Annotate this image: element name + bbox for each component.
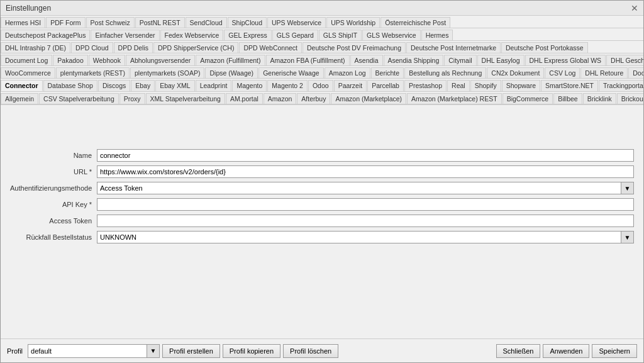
tab-dhl-express-global[interactable]: DHL Express Global WS — [525, 55, 606, 65]
save-button[interactable]: Speichern — [592, 344, 637, 358]
tab-pdf-form[interactable]: PDF Form — [46, 17, 85, 28]
name-input[interactable] — [97, 149, 634, 162]
tab-deutschepost-packageplus[interactable]: Deutschepost PackagePlus — [1, 30, 90, 40]
tab-bestellung-rechnung[interactable]: Bestellung als Rechnung — [404, 67, 486, 78]
tab-row-2: Deutschepost PackagePlus Einfacher Verse… — [1, 28, 643, 41]
tab-dpd-cloud[interactable]: DPD Cloud — [71, 42, 113, 53]
tab-odoo[interactable]: Odoo — [308, 80, 333, 91]
access-token-label: Access Token — [10, 217, 92, 225]
tab-real[interactable]: Real — [447, 80, 470, 91]
tab-gls-gepard[interactable]: GLS Gepard — [272, 30, 318, 40]
tab-abholungsversender[interactable]: Abholungsversender — [126, 55, 195, 65]
auth-select[interactable]: Access Token Basic Auth None — [97, 182, 621, 194]
tab-dpd-delis[interactable]: DPD Delis — [114, 42, 153, 53]
tab-dhl-intraship[interactable]: DHL Intraship 7 (DE) — [1, 42, 70, 53]
tab-webhook[interactable]: Webhook — [89, 55, 125, 65]
tab-shipcloud[interactable]: ShipCloud — [228, 17, 267, 28]
tab-proxy[interactable]: Proxy — [119, 93, 145, 104]
tab-generische-waage[interactable]: Generische Waage — [258, 67, 324, 78]
tab-amazon[interactable]: Amazon — [264, 93, 297, 104]
tab-amazon-fba[interactable]: Amazon FBA (Fulfillment) — [266, 55, 350, 65]
profile-select[interactable]: default — [28, 344, 147, 358]
bottom-bar: Profil default ▼ Profil erstellen Profil… — [1, 338, 643, 362]
tab-dpd-shipperservice[interactable]: DPD ShipperService (CH) — [153, 42, 238, 53]
tab-amazon-fulfillment[interactable]: Amazon (Fulfillment) — [196, 55, 265, 65]
tab-afterbuy[interactable]: Afterbuy — [297, 93, 330, 104]
tab-sendcloud[interactable]: SendCloud — [186, 17, 227, 28]
tab-billbee[interactable]: Billbee — [553, 93, 582, 104]
tab-paarzeit[interactable]: Paarzeit — [334, 80, 367, 91]
tab-pakadoo[interactable]: Pakadoo — [53, 55, 87, 65]
tab-ebay[interactable]: Ebay — [131, 80, 155, 91]
tab-hermes-hsi[interactable]: Hermes HSI — [1, 17, 45, 28]
tab-ebay-xml[interactable]: Ebay XML — [155, 80, 194, 91]
tab-connector[interactable]: Connector — [1, 80, 43, 91]
tab-trackingportal[interactable]: Trackingportal — [599, 80, 643, 91]
create-profile-button[interactable]: Profil erstellen — [162, 344, 220, 358]
copy-profile-button[interactable]: Profil kopieren — [223, 344, 280, 358]
tab-amazon-marketplace-rest[interactable]: Amazon (Marketplace) REST — [407, 93, 502, 104]
tab-dhl-retoure[interactable]: DHL Retoure — [580, 67, 628, 78]
apikey-input[interactable] — [97, 198, 634, 211]
tab-parcellab[interactable]: Parcellab — [367, 80, 404, 91]
url-input[interactable] — [97, 165, 634, 178]
tab-dpd-webconnect[interactable]: DPD WebConnect — [239, 42, 302, 53]
tab-prestashop[interactable]: Prestashop — [404, 80, 447, 91]
tab-plentymarkets-rest[interactable]: plentymarkets (REST) — [56, 67, 130, 78]
tab-magento2[interactable]: Magento 2 — [267, 80, 308, 91]
tab-einfacher-versender[interactable]: Einfacher Versender — [91, 30, 159, 40]
auth-dropdown-arrow[interactable]: ▼ — [621, 182, 634, 194]
tab-bigcommerce[interactable]: BigCommerce — [502, 93, 553, 104]
tab-gel-express[interactable]: GEL Express — [224, 30, 271, 40]
tab-row-3: DHL Intraship 7 (DE) DPD Cloud DPD Delis… — [1, 41, 643, 53]
tab-dipse-waage[interactable]: Dipse (Waage) — [205, 67, 258, 78]
tab-gls-shipit[interactable]: GLS ShipIT — [319, 30, 362, 40]
tab-post-schweiz[interactable]: Post Schweiz — [86, 17, 135, 28]
tab-deutsche-post-dv[interactable]: Deutsche Post DV Freimachung — [303, 42, 406, 53]
tab-database-shop[interactable]: Database Shop — [43, 80, 97, 91]
tab-brickoul[interactable]: Brickoul — [617, 93, 643, 104]
tab-csv-stapel[interactable]: CSV Stapelverarbeitung — [39, 93, 119, 104]
tab-document-log[interactable]: Document Log — [1, 55, 52, 65]
tab-berichte[interactable]: Berichte — [371, 67, 404, 78]
tab-citymail[interactable]: Citymail — [444, 55, 476, 65]
tab-amazon-log[interactable]: Amazon Log — [325, 67, 370, 78]
delete-profile-button[interactable]: Profil löschen — [283, 344, 338, 358]
tab-discogs[interactable]: Discogs — [98, 80, 130, 91]
tab-deutsche-post-portokasse[interactable]: Deutsche Post Portokasse — [501, 42, 588, 53]
tab-csv-log[interactable]: CSV Log — [545, 67, 580, 78]
tab-asendia-shipping[interactable]: Asendia Shipping — [384, 55, 444, 65]
tab-hermes[interactable]: Hermes — [421, 30, 453, 40]
tab-magento[interactable]: Magento — [232, 80, 267, 91]
tab-woocommerce[interactable]: WooCommerce — [1, 67, 55, 78]
tab-xml-stapel[interactable]: XML Stapelverarbeitung — [146, 93, 225, 104]
fallback-select[interactable]: UNKNOWN PENDING PROCESSING COMPLETED CAN… — [97, 231, 621, 243]
tab-plentymarkets-soap[interactable]: plentymarkets (SOAP) — [130, 67, 204, 78]
tab-asendia[interactable]: Asendia — [350, 55, 383, 65]
apply-button[interactable]: Anwenden — [543, 344, 589, 358]
fallback-dropdown-arrow[interactable]: ▼ — [621, 231, 634, 243]
tab-document-downloader[interactable]: Document Downloader — [628, 67, 643, 78]
tab-fedex-webservice[interactable]: Fedex Webservice — [160, 30, 224, 40]
tab-dhl-easylog[interactable]: DHL Easylog — [477, 55, 525, 65]
tab-gls-webservice[interactable]: GLS Webservice — [362, 30, 421, 40]
tab-shopware[interactable]: Shopware — [502, 80, 540, 91]
close-button[interactable]: ✕ — [631, 3, 638, 13]
access-token-input[interactable] — [97, 215, 634, 227]
tab-amazon-marketplace[interactable]: Amazon (Marketplace) — [331, 93, 406, 104]
tab-smartstore[interactable]: SmartStore.NET — [541, 80, 598, 91]
tab-allgemein[interactable]: Allgemein — [1, 93, 38, 104]
close-dialog-button[interactable]: Schließen — [496, 344, 541, 358]
tab-ups-webservice[interactable]: UPS Webservice — [267, 17, 326, 28]
tab-osterreichische-post[interactable]: Österreichische Post — [380, 17, 450, 28]
tab-postnl-rest[interactable]: PostNL REST — [135, 17, 185, 28]
tab-am-portal[interactable]: AM.portal — [226, 93, 263, 104]
tab-bricklink[interactable]: Bricklink — [583, 93, 616, 104]
tab-deutsche-post-internetmarke[interactable]: Deutsche Post Internetmarke — [406, 42, 501, 53]
tab-leadprint[interactable]: Leadprint — [196, 80, 232, 91]
tab-cn2x-dokument[interactable]: CN2x Dokument — [487, 67, 544, 78]
tab-dhl-geschaeftskunden[interactable]: DHL Geschäftskundenversand — [606, 55, 643, 65]
tab-ups-worldship[interactable]: UPS Worldship — [326, 17, 380, 28]
tab-shopify[interactable]: Shopify — [470, 80, 501, 91]
profile-dropdown-arrow[interactable]: ▼ — [147, 344, 160, 358]
